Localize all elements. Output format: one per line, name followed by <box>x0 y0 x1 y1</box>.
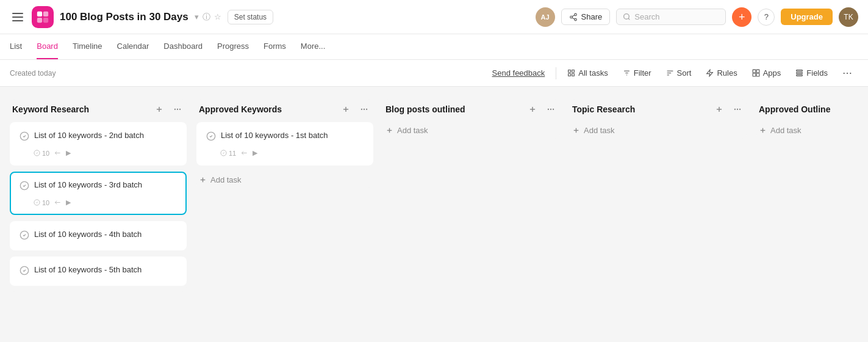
svg-point-33 <box>179 109 181 110</box>
add-button[interactable]: + <box>732 7 751 27</box>
column-more-button-keyword-research[interactable] <box>171 104 184 115</box>
card-check-ak1[interactable] <box>206 131 216 143</box>
tab-calendar[interactable]: Calendar <box>117 34 149 59</box>
card-kw2[interactable]: List of 10 keywords - 3rd batch 10 ▶ <box>10 172 187 215</box>
column-more-button-approved-keywords[interactable] <box>357 104 371 115</box>
tab-board[interactable]: Board <box>37 34 58 59</box>
set-status-button[interactable]: Set status <box>228 10 273 24</box>
svg-rect-2 <box>37 17 42 22</box>
star-icon[interactable]: ☆ <box>214 12 221 21</box>
search-box[interactable]: Search <box>616 9 726 25</box>
card-nav-arrow-ak1[interactable]: ▶ <box>253 149 257 157</box>
column-approved-keywords: Approved KeywordsList of 10 keywords - 1… <box>196 99 373 188</box>
tab-more[interactable]: More... <box>301 34 325 59</box>
column-add-button-keyword-research[interactable] <box>152 104 166 115</box>
card-check-kw2[interactable] <box>20 181 29 192</box>
add-task-button-approved-keywords[interactable]: Add task <box>196 172 373 188</box>
column-header-approved-outline: Approved Outline <box>756 99 868 122</box>
card-check-kw4[interactable] <box>20 266 29 277</box>
apps-button[interactable]: Apps <box>746 65 787 81</box>
column-topic-research: Topic Research Add task <box>570 99 747 139</box>
send-feedback-button[interactable]: Send feedback <box>486 65 551 81</box>
svg-point-61 <box>734 109 736 110</box>
card-subtask-icon-kw2 <box>54 199 61 206</box>
tab-forms[interactable]: Forms <box>264 34 286 59</box>
svg-rect-27 <box>797 72 803 73</box>
svg-rect-25 <box>756 73 759 76</box>
svg-point-5 <box>570 16 572 18</box>
card-meta-ak1: 11 ▶ <box>220 149 364 157</box>
help-button[interactable]: ? <box>758 9 775 26</box>
svg-rect-12 <box>572 70 575 73</box>
app-logo <box>32 6 54 28</box>
tab-progress[interactable]: Progress <box>217 34 249 59</box>
svg-rect-13 <box>572 74 575 76</box>
info-icon[interactable]: ⓘ <box>203 12 210 23</box>
tab-timeline[interactable]: Timeline <box>73 34 102 59</box>
topbar: 100 Blog Posts in 30 Days ▾ ⓘ ☆ Set stat… <box>0 0 868 34</box>
avatar-secondary: AJ <box>536 7 555 27</box>
card-title-text-kw2: List of 10 keywords - 3rd batch <box>34 180 142 189</box>
share-button[interactable]: Share <box>561 9 611 25</box>
card-subtask-icon-ak1 <box>241 150 248 156</box>
svg-rect-24 <box>753 73 756 76</box>
created-label: Created today <box>10 69 476 78</box>
add-task-button-blog-posts-outlined[interactable]: Add task <box>383 122 560 139</box>
upgrade-button[interactable]: Upgrade <box>781 9 833 25</box>
sort-button[interactable]: Sort <box>660 65 698 81</box>
column-add-button-topic-research[interactable] <box>712 104 726 115</box>
fields-button[interactable]: Fields <box>789 65 834 81</box>
svg-point-32 <box>177 109 178 110</box>
rules-button[interactable]: Rules <box>700 65 743 81</box>
menu-toggle-button[interactable] <box>10 10 26 24</box>
svg-point-45 <box>364 109 365 110</box>
user-avatar[interactable]: TK <box>839 7 858 27</box>
column-add-button-blog-posts-outlined[interactable] <box>526 104 539 115</box>
toolbar-actions: Send feedback All tasks Filter Sort Rule… <box>486 64 858 82</box>
svg-rect-28 <box>797 75 803 76</box>
svg-rect-14 <box>569 74 571 76</box>
card-nav-arrow-kw1[interactable]: ▶ <box>66 149 71 157</box>
card-check-kw1[interactable] <box>20 131 29 143</box>
column-header-approved-keywords: Approved Keywords <box>196 99 373 122</box>
add-task-label-topic-research: Add task <box>584 126 615 135</box>
topbar-left: 100 Blog Posts in 30 Days ▾ ⓘ ☆ Set stat… <box>10 6 528 28</box>
card-meta-kw2: 10 ▶ <box>34 198 177 206</box>
svg-point-31 <box>174 109 176 110</box>
column-blog-posts-outlined: Blog posts outlined Add task <box>383 99 560 139</box>
card-count-ak1: 11 <box>220 150 236 157</box>
column-header-topic-research: Topic Research <box>570 99 747 122</box>
column-more-button-topic-research[interactable] <box>731 104 744 115</box>
all-tasks-button[interactable]: All tasks <box>561 65 614 81</box>
card-kw1[interactable]: List of 10 keywords - 2nd batch 10 ▶ <box>10 122 187 166</box>
column-approved-outline: Approved Outline Add task <box>756 99 868 139</box>
card-count-kw1: 10 <box>34 150 49 157</box>
add-task-button-approved-outline[interactable]: Add task <box>756 122 868 139</box>
tab-dashboard[interactable]: Dashboard <box>163 34 203 59</box>
svg-rect-11 <box>569 70 571 73</box>
filter-button[interactable]: Filter <box>617 65 658 81</box>
column-keyword-research: Keyword ResearchList of 10 keywords - 2n… <box>10 99 187 292</box>
card-ak1[interactable]: List of 10 keywords - 1st batch 11 ▶ <box>196 122 373 166</box>
card-kw3[interactable]: List of 10 keywords - 4th batch <box>10 221 187 250</box>
card-check-kw3[interactable] <box>20 230 29 242</box>
card-kw4[interactable]: List of 10 keywords - 5th batch <box>10 256 187 286</box>
column-header-blog-posts-outlined: Blog posts outlined <box>383 99 560 122</box>
add-task-label-approved-outline: Add task <box>770 126 802 135</box>
column-add-button-approved-keywords[interactable] <box>339 104 353 115</box>
add-task-button-topic-research[interactable]: Add task <box>570 122 747 139</box>
svg-point-62 <box>737 109 738 110</box>
column-title-blog-posts-outlined: Blog posts outlined <box>386 104 521 114</box>
column-more-button-blog-posts-outlined[interactable] <box>544 104 558 115</box>
tab-list[interactable]: List <box>10 34 22 59</box>
chevron-down-icon[interactable]: ▾ <box>195 12 199 21</box>
card-meta-kw1: 10 ▶ <box>34 149 177 157</box>
svg-line-8 <box>572 15 575 16</box>
card-nav-arrow-kw2[interactable]: ▶ <box>66 198 71 206</box>
more-options-button[interactable]: ⋯ <box>836 64 858 82</box>
svg-point-63 <box>739 109 741 110</box>
svg-rect-1 <box>43 11 48 16</box>
topbar-right: AJ Share Search + ? Upgrade TK <box>536 7 858 27</box>
svg-point-44 <box>361 109 362 110</box>
toolbar: Created today Send feedback All tasks Fi… <box>0 60 868 87</box>
